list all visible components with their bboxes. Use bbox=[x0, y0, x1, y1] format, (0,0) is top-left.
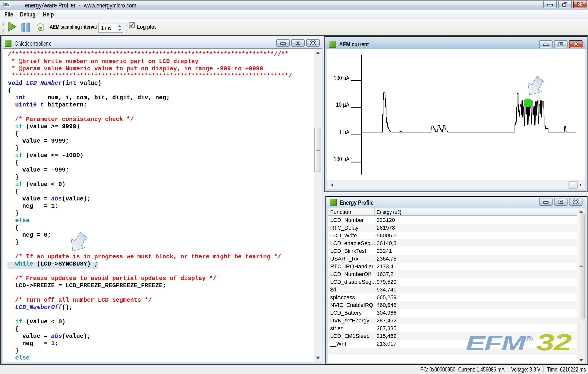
svg-text:100 nA: 100 nA bbox=[334, 156, 350, 162]
svg-text:10 µA: 10 µA bbox=[336, 101, 350, 108]
svg-text:100 µA: 100 µA bbox=[334, 75, 350, 81]
svg-text:1 µA: 1 µA bbox=[339, 129, 350, 135]
